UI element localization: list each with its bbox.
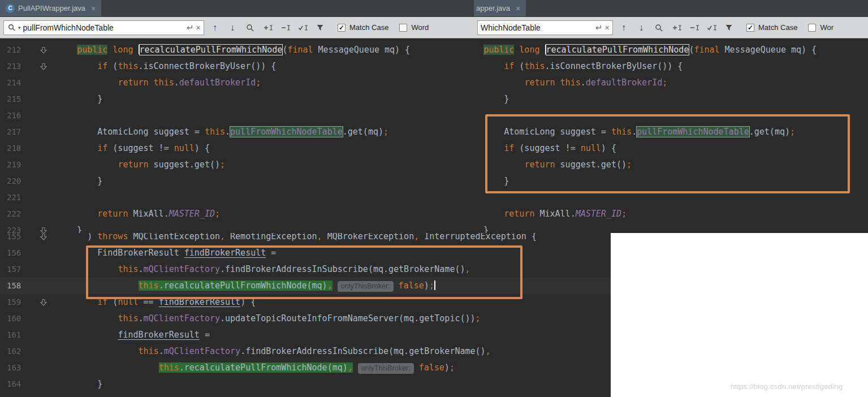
search-history-dropdown-icon[interactable]: ▾ (18, 25, 21, 31)
search-query-left[interactable]: pullFromWhichNodeTable (23, 23, 184, 32)
code-line-212[interactable]: 212 public long recalculatePullFromWhich… (0, 42, 474, 58)
gutter-arrow-icon[interactable] (23, 294, 57, 310)
multiline-search-icon[interactable]: ↵ (187, 23, 194, 33)
line-number[interactable]: 157 (0, 261, 23, 278)
clear-search-icon[interactable]: × (604, 23, 610, 32)
add-occurrence-button[interactable] (261, 21, 274, 34)
code-line-217[interactable]: AtomicLong suggest = this.pullFromWhichN… (474, 124, 868, 140)
code-token: = (266, 248, 276, 258)
line-number[interactable]: 222 (0, 206, 23, 222)
line-number[interactable]: 156 (0, 245, 23, 261)
line-number[interactable]: 218 (0, 140, 23, 157)
words-checkbox-right[interactable] (808, 24, 816, 32)
line-number[interactable]: 162 (0, 343, 23, 360)
filter-button[interactable] (313, 21, 327, 34)
code-line-164[interactable]: 164 } (0, 376, 611, 392)
code-line-214[interactable]: return this.defaultBrokerId; (474, 75, 868, 91)
gutter-arrow-icon[interactable] (23, 233, 57, 245)
tab-close-icon[interactable]: × (516, 4, 520, 13)
code-text: return MixAll.MASTER_ID; (474, 206, 868, 222)
code-line-215[interactable]: 215 } (0, 91, 474, 107)
code-line-222[interactable]: return MixAll.MASTER_ID; (474, 206, 868, 222)
code-line-215[interactable]: } (474, 91, 868, 107)
line-number[interactable]: 155 (0, 233, 23, 245)
code-line-217[interactable]: 217 AtomicLong suggest = this.pullFromWh… (0, 124, 474, 140)
line-number[interactable]: 163 (0, 360, 23, 376)
code-line-161[interactable]: 161 findBrokerResult = (0, 327, 611, 343)
next-occurrence-button[interactable]: ↓ (226, 21, 239, 34)
code-line-219[interactable]: 219 return suggest.get(); (0, 157, 474, 173)
code-line-216[interactable]: 216 (0, 107, 474, 124)
code-line-223[interactable]: } (474, 222, 868, 233)
code-line-162[interactable]: 162 this.mQClientFactory.findBrokerAddre… (0, 343, 611, 360)
line-number[interactable]: 223 (0, 222, 23, 233)
code-line-221[interactable] (474, 189, 868, 206)
code-line-155[interactable]: 155 ) throws MQClientException, Remoting… (0, 233, 611, 245)
match-case-checkbox-right[interactable]: ✓ (746, 24, 754, 32)
multiline-search-icon[interactable]: ↵ (595, 23, 603, 33)
code-line-159[interactable]: 159 if (null == findBrokerResult) { (0, 294, 611, 310)
search-field-right[interactable]: WhichNodeTable ↵ × (477, 20, 613, 35)
tab-pullapiwrapper[interactable]: C PullAPIWrapper.java × (0, 0, 101, 16)
line-number[interactable]: 215 (0, 91, 23, 107)
code-line-220[interactable]: } (474, 173, 868, 189)
line-number[interactable]: 213 (0, 58, 23, 75)
code-token: ; (256, 77, 261, 88)
code-token: this (524, 61, 545, 71)
code-line-160[interactable]: 160 this.mQClientFactory.updateTopicRout… (0, 310, 611, 327)
search-query-right[interactable]: WhichNodeTable (481, 23, 593, 32)
code-line-213[interactable]: 213 if (this.isConnectBrokerByUser()) { (0, 58, 474, 75)
code-line-218[interactable]: 218 if (suggest != null) { (0, 140, 474, 157)
select-all-occurrences-button[interactable] (705, 21, 718, 34)
search-field-left[interactable]: ▾ pullFromWhichNodeTable ↵ × (3, 20, 204, 35)
gutter-arrow-icon[interactable] (23, 42, 57, 58)
code-line-216[interactable] (474, 107, 868, 124)
code-line-158[interactable]: 158 this.recalculatePullFromWhichNode(mq… (0, 278, 611, 294)
next-occurrence-button[interactable]: ↓ (634, 21, 648, 34)
gutter-arrow-icon[interactable] (23, 222, 57, 233)
gutter-arrow-icon[interactable] (23, 58, 57, 75)
tab-close-icon[interactable]: × (91, 4, 96, 13)
code-line-222[interactable]: 222 return MixAll.MASTER_ID; (0, 206, 474, 222)
add-occurrence-button[interactable] (670, 21, 683, 34)
previous-occurrence-button[interactable]: ↑ (208, 21, 222, 34)
code-line-218[interactable]: if (suggest != null) { (474, 140, 868, 157)
match-case-checkbox-left[interactable]: ✓ (338, 24, 346, 32)
code-line-212[interactable]: public long recalculatePullFromWhichNode… (474, 42, 868, 58)
line-number[interactable]: 216 (0, 107, 23, 124)
line-number[interactable]: 217 (0, 124, 23, 140)
code-line-214[interactable]: 214 return this.defaultBrokerId; (0, 75, 474, 91)
code-line-157[interactable]: 157 this.mQClientFactory.findBrokerAddre… (0, 261, 611, 278)
line-number[interactable]: 160 (0, 310, 23, 327)
line-number[interactable]: 164 (0, 376, 23, 392)
code-token: return (118, 159, 148, 170)
select-all-occurrences-button[interactable] (296, 21, 309, 34)
line-number[interactable]: 221 (0, 189, 23, 206)
line-number[interactable]: 212 (0, 42, 23, 58)
line-number[interactable]: 161 (0, 327, 23, 343)
clear-search-icon[interactable]: × (196, 23, 201, 32)
remove-occurrence-button[interactable] (687, 21, 701, 34)
tab-pullapiwrapper-right[interactable]: apper.java × (474, 0, 526, 16)
find-all-button[interactable] (243, 21, 257, 34)
code-line-163[interactable]: 163 this.recalculatePullFromWhichNode(mq… (0, 360, 611, 376)
code-line-156[interactable]: 156 FindBrokerResult findBrokerResult = (0, 245, 611, 261)
find-all-button[interactable] (652, 21, 666, 34)
code-token: . (632, 127, 637, 137)
code-line-221[interactable]: 221 (0, 189, 474, 206)
line-number[interactable]: 159 (0, 294, 23, 310)
filter-button[interactable] (722, 21, 736, 34)
code-line-219[interactable]: return suggest.get(); (474, 157, 868, 173)
remove-occurrence-button[interactable] (278, 21, 292, 34)
line-number[interactable]: 219 (0, 157, 23, 173)
code-line-223[interactable]: 223 } (0, 222, 474, 233)
words-checkbox-left[interactable] (399, 24, 407, 32)
line-number[interactable]: 220 (0, 173, 23, 189)
line-number[interactable]: 158 (0, 278, 23, 294)
code-line-220[interactable]: 220 } (0, 173, 474, 189)
previous-occurrence-button[interactable]: ↑ (617, 21, 631, 34)
code-line-213[interactable]: if (this.isConnectBrokerByUser()) { (474, 58, 868, 75)
line-number[interactable]: 214 (0, 75, 23, 91)
search-icon[interactable] (7, 21, 16, 34)
code-text: if (suggest != null) { (474, 140, 868, 157)
